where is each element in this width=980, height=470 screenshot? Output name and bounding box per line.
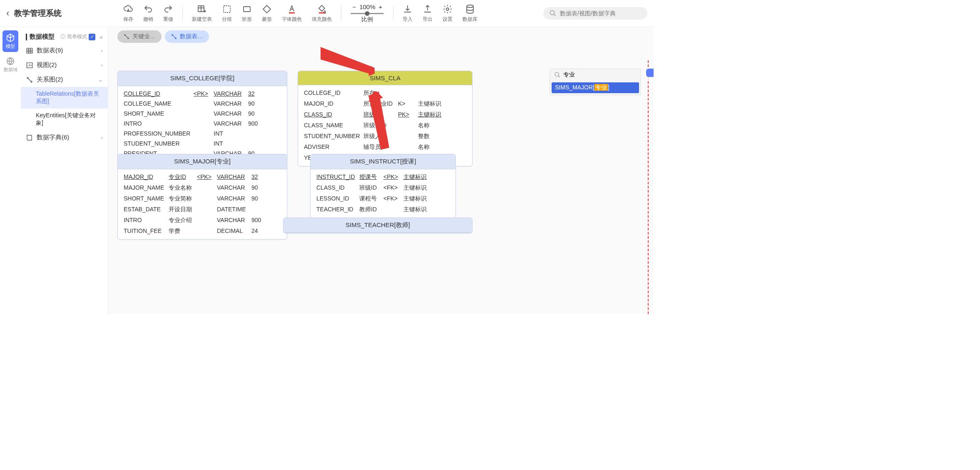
svg-point-4 (467, 5, 473, 7)
export-button[interactable]: 导出 (419, 2, 436, 25)
field-library-tab[interactable]: 字段库 (646, 69, 654, 77)
sidebar-item-key-entities[interactable]: KeyEntities[关键业务对象] (21, 109, 108, 130)
rect-button[interactable]: 矩形 (239, 2, 255, 25)
tab-key-biz[interactable]: 关键业… (117, 30, 162, 43)
database-button[interactable]: 数据库 (459, 2, 481, 25)
info-icon: ⓘ (60, 33, 65, 40)
font-color-button[interactable]: 字体颜色 (279, 2, 305, 25)
entity-row: STUDENT_NUMBERINT (118, 139, 287, 148)
svg-point-9 (27, 77, 28, 79)
redo-button[interactable]: 重做 (160, 2, 177, 25)
annotation-arrow (321, 47, 375, 76)
svg-rect-1 (224, 6, 230, 12)
entity-row: PROFESSION_NUMBERINT (118, 129, 287, 139)
sidebar-views[interactable]: 视图(2) ‹ (21, 58, 108, 72)
entity-row: TEACHER_ID教师ID主键标识 (311, 204, 455, 215)
zoom-value: 100% (359, 3, 375, 10)
sidebar-header: 数据模型 ⓘ 简单模式 ✓ « (21, 30, 108, 43)
entity-row: LESSON_ID课程号<FK>主键标识 (311, 193, 455, 204)
canvas[interactable]: 关键业… 数据表… SIMS_COLLEGE[学院] COLLEGE_ID<PK… (108, 27, 654, 314)
chevron-down-icon: ⌄ (98, 77, 103, 83)
canvas-search-popup: SIMS_MAJOR[专业] (550, 69, 641, 95)
canvas-search-input[interactable] (563, 72, 637, 78)
mode-checkbox[interactable]: ✓ (89, 34, 95, 40)
zoom-control[interactable]: − 100% + 比例 (351, 3, 384, 23)
entity-sims-major[interactable]: SIMS_MAJOR[专业] MAJOR_ID专业ID<PK>VARCHAR32… (117, 154, 287, 240)
entity-row: COLLEGE_ID<PK>VARCHAR32 (118, 89, 287, 99)
entity-sims-instruct[interactable]: SIMS_INSTRUCT[授课] INSTRUCT_ID授课号<PK>主键标识… (310, 154, 456, 218)
rail-domain[interactable]: 数据域 (2, 54, 18, 75)
group-button[interactable]: 分组 (219, 2, 235, 25)
settings-button[interactable]: 设置 (439, 2, 456, 25)
undo-button[interactable]: 撤销 (140, 2, 157, 25)
svg-point-11 (124, 35, 126, 36)
import-button[interactable]: 导入 (399, 2, 416, 25)
rail: 模型 数据域 (0, 27, 21, 314)
tab-data-table[interactable]: 数据表… (165, 30, 209, 43)
search-result-item[interactable]: SIMS_MAJOR[专业] (552, 82, 639, 93)
separator (182, 6, 183, 21)
entity-row: COLLEGE_NAMEVARCHAR90 (118, 99, 287, 109)
header-search[interactable] (543, 7, 647, 20)
entity-row: INTRO专业介绍VARCHAR900 (118, 215, 287, 226)
canvas-tabs: 关键业… 数据表… (117, 30, 209, 43)
relation-icon (26, 76, 33, 84)
entity-row: SHORT_NAMEVARCHAR90 (118, 109, 287, 119)
rail-model[interactable]: 模型 (2, 30, 18, 52)
chevron-icon: ‹ (101, 47, 103, 54)
annotation-arrow (368, 92, 389, 150)
separator (393, 6, 393, 21)
zoom-slider[interactable] (351, 13, 384, 14)
sidebar-dict[interactable]: 数据字典(6) ‹ (21, 130, 108, 145)
svg-rect-7 (27, 48, 32, 53)
entity-body: COLLEGE_ID<PK>VARCHAR32 COLLEGE_NAMEVARC… (118, 86, 287, 161)
header: ‹ 教学管理系统 保存 撤销 重做 新建空表 分组 (0, 0, 654, 27)
entity-row: ESTAB_DATE开设日期DATETIME (118, 204, 287, 215)
sidebar-diagrams[interactable]: 关系图(2) ⌄ (21, 72, 108, 87)
entity-row: TUITION_FEE学费DECIMAL24 (118, 226, 287, 237)
entity-row: MAJOR_ID专业ID<PK>VARCHAR32 (118, 172, 287, 183)
entity-row: MAJOR_NAME专业名称VARCHAR90 (118, 183, 287, 193)
chart-icon (26, 62, 33, 69)
diamond-button[interactable]: 菱形 (259, 2, 275, 25)
entity-sims-teacher[interactable]: SIMS_TEACHER[教师] (283, 218, 473, 233)
svg-point-5 (550, 10, 555, 15)
collapse-icon[interactable]: « (99, 34, 103, 40)
save-button[interactable]: 保存 (120, 2, 137, 25)
entity-title: SIMS_INSTRUCT[授课] (311, 154, 455, 169)
sidebar-item-table-relations[interactable]: TableRelations[数据表关系图] (21, 87, 108, 109)
entity-row: SHORT_NAME专业简称VARCHAR90 (118, 193, 287, 204)
chevron-icon: ‹ (101, 62, 103, 68)
svg-point-14 (175, 38, 177, 39)
entity-sims-college[interactable]: SIMS_COLLEGE[学院] COLLEGE_ID<PK>VARCHAR32… (117, 71, 287, 161)
entity-title: SIMS_MAJOR[专业] (118, 154, 287, 169)
entity-row: CLASS_ID班级ID<FK>主键标识 (311, 183, 455, 193)
table-icon (26, 47, 33, 54)
search-icon (549, 10, 557, 17)
entity-body: INSTRUCT_ID授课号<PK>主键标识 CLASS_ID班级ID<FK>主… (311, 169, 455, 218)
svg-rect-2 (244, 7, 250, 12)
svg-point-13 (172, 35, 173, 36)
fill-color-button[interactable]: 填充颜色 (308, 2, 335, 25)
sidebar-tables[interactable]: 数据表(9) ‹ (21, 43, 108, 58)
zoom-out-icon[interactable]: − (352, 3, 356, 10)
chevron-icon: ‹ (101, 134, 103, 141)
entity-title: SIMS_TEACHER[教师] (284, 218, 472, 233)
entity-row: INSTRUCT_ID授课号<PK>主键标识 (311, 172, 455, 183)
entity-body: MAJOR_ID专业ID<PK>VARCHAR32 MAJOR_NAME专业名称… (118, 169, 287, 239)
zoom-in-icon[interactable]: + (379, 3, 383, 10)
svg-marker-16 (321, 47, 375, 74)
search-icon (554, 72, 561, 78)
separator (341, 6, 341, 21)
toolbar: 保存 撤销 重做 新建空表 分组 矩形 (120, 2, 481, 25)
entity-row: INTROVARCHAR900 (118, 119, 287, 129)
back-icon[interactable]: ‹ (6, 8, 9, 19)
svg-point-15 (555, 72, 559, 76)
page-title: 教学管理系统 (14, 8, 62, 19)
book-icon (26, 134, 33, 141)
new-table-button[interactable]: 新建空表 (189, 2, 215, 25)
svg-point-10 (31, 81, 32, 82)
search-input[interactable] (560, 10, 642, 17)
svg-point-12 (128, 38, 129, 39)
sidebar: 数据模型 ⓘ 简单模式 ✓ « 数据表(9) ‹ 视图(2) ‹ (21, 27, 108, 314)
